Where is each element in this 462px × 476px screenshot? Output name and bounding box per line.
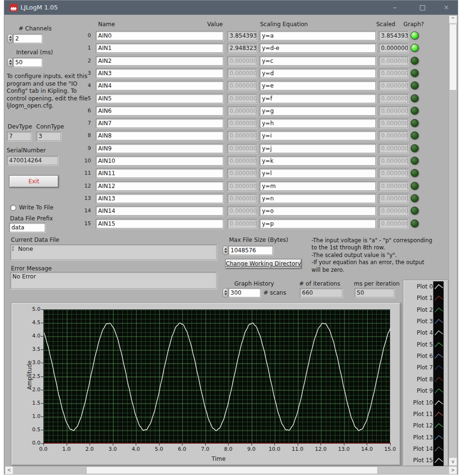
scaling-equation-input[interactable]: y=i: [260, 131, 376, 140]
scaling-equation-input[interactable]: y=h: [260, 119, 376, 128]
scaling-equation-input[interactable]: y=k: [260, 156, 376, 166]
horizontal-scrollbar[interactable]: < >: [5, 466, 457, 475]
graph-led[interactable]: [411, 57, 419, 65]
graph-led[interactable]: [411, 219, 419, 228]
legend-plot-label[interactable]: Plot 3: [404, 318, 433, 325]
channel-name-input[interactable]: AIN8: [96, 131, 223, 140]
graph-led[interactable]: [411, 144, 419, 152]
channel-name-input[interactable]: AIN0: [96, 31, 223, 40]
channels-input[interactable]: 2: [13, 34, 42, 43]
channel-name-input[interactable]: AIN12: [96, 181, 223, 191]
legend-plot-label[interactable]: Plot 14: [404, 446, 433, 452]
legend-plot-sample[interactable]: [433, 409, 444, 420]
scaling-equation-input[interactable]: y=o: [260, 206, 376, 216]
legend-plot-label[interactable]: Plot 8: [404, 376, 433, 383]
legend-plot-sample[interactable]: [433, 305, 444, 316]
legend-plot-sample[interactable]: [433, 374, 444, 386]
scaling-equation-input[interactable]: y=p: [260, 219, 376, 228]
interval-input[interactable]: 50: [13, 58, 42, 67]
max-file-size-input[interactable]: 1048576: [228, 246, 273, 255]
waveform-chart[interactable]: [43, 309, 390, 443]
graph-led[interactable]: [411, 69, 419, 77]
channels-spinner[interactable]: [7, 34, 13, 43]
graph-led[interactable]: [411, 194, 419, 202]
exit-button[interactable]: Exit: [9, 175, 59, 188]
scaling-equation-input[interactable]: y=f: [260, 94, 376, 103]
legend-plot-label[interactable]: Plot 11: [404, 411, 433, 417]
legend-plot-sample[interactable]: [433, 339, 444, 351]
scaling-equation-input[interactable]: y=l: [260, 169, 376, 178]
legend-plot-label[interactable]: Plot 9: [404, 387, 433, 394]
legend-plot-label[interactable]: Plot 13: [404, 434, 433, 441]
data-file-prefix-input[interactable]: data: [9, 223, 45, 232]
close-button[interactable]: ×: [436, 0, 457, 15]
scroll-down-arrow[interactable]: v: [449, 458, 457, 466]
channel-name-input[interactable]: AIN10: [96, 156, 223, 166]
graph-led[interactable]: [411, 157, 419, 165]
scaling-equation-input[interactable]: y=e: [260, 81, 376, 90]
minimize-button[interactable]: –: [384, 0, 405, 15]
graph-led[interactable]: [411, 169, 419, 177]
legend-plot-label[interactable]: Plot 1: [404, 295, 433, 301]
legend-plot-sample[interactable]: [433, 327, 444, 339]
legend-plot-sample[interactable]: [433, 432, 444, 444]
write-to-file-radio[interactable]: [10, 205, 16, 211]
channel-name-input[interactable]: AIN1: [96, 43, 223, 53]
scaling-equation-input[interactable]: y=d-e: [260, 43, 376, 53]
channel-name-input[interactable]: AIN9: [96, 144, 223, 153]
channel-name-input[interactable]: AIN13: [96, 194, 223, 203]
vertical-scrollbar[interactable]: ^ v: [449, 15, 457, 466]
graph-history-input[interactable]: 300: [228, 288, 261, 298]
scroll-left-arrow[interactable]: <: [5, 466, 13, 474]
channel-name-input[interactable]: AIN6: [96, 106, 223, 116]
max-file-size-spinner[interactable]: [222, 246, 228, 255]
legend-plot-sample[interactable]: [433, 444, 444, 455]
scaling-equation-input[interactable]: y=m: [260, 181, 376, 191]
scroll-right-arrow[interactable]: >: [449, 466, 457, 474]
legend-plot-label[interactable]: Plot 7: [404, 364, 433, 371]
legend-plot-label[interactable]: Plot 10: [404, 399, 433, 406]
vertical-scroll-thumb[interactable]: [449, 24, 457, 90]
legend-plot-sample[interactable]: [433, 362, 444, 374]
scroll-up-arrow[interactable]: ^: [449, 16, 457, 23]
channel-name-input[interactable]: AIN2: [96, 56, 223, 66]
legend-plot-sample[interactable]: [433, 397, 444, 409]
interval-spinner[interactable]: [7, 58, 13, 67]
legend-plot-label[interactable]: Plot 6: [404, 353, 433, 359]
change-working-directory-button[interactable]: Change Working Directory: [225, 259, 301, 268]
graph-led[interactable]: [411, 107, 419, 115]
channel-name-input[interactable]: AIN4: [96, 81, 223, 90]
scaling-equation-input[interactable]: y=a: [260, 31, 376, 40]
channel-name-input[interactable]: AIN11: [96, 169, 223, 178]
legend-plot-label[interactable]: Plot 12: [404, 422, 433, 429]
legend-plot-label[interactable]: Plot 0: [404, 283, 433, 290]
channel-name-input[interactable]: AIN15: [96, 219, 223, 228]
legend-plot-sample[interactable]: [433, 281, 444, 293]
scaling-equation-input[interactable]: y=j: [260, 144, 376, 153]
legend-plot-label[interactable]: Plot 5: [404, 341, 433, 348]
graph-led[interactable]: [411, 31, 419, 40]
channel-name-input[interactable]: AIN5: [96, 94, 223, 103]
maximize-button[interactable]: □: [412, 0, 433, 15]
legend-plot-sample[interactable]: [433, 455, 444, 466]
legend-plot-sample[interactable]: [433, 316, 444, 327]
channel-name-input[interactable]: AIN3: [96, 69, 223, 78]
legend-plot-sample[interactable]: [433, 293, 444, 304]
graph-led[interactable]: [411, 131, 419, 139]
channel-name-input[interactable]: AIN14: [96, 206, 223, 216]
legend-plot-label[interactable]: Plot 2: [404, 307, 433, 313]
legend-plot-label[interactable]: Plot 15: [404, 457, 433, 464]
graph-history-spinner[interactable]: [222, 288, 228, 298]
graph-led[interactable]: [411, 44, 419, 52]
legend-plot-label[interactable]: Plot 4: [404, 329, 433, 336]
graph-led[interactable]: [411, 94, 419, 102]
graph-led[interactable]: [411, 182, 419, 190]
legend-plot-sample[interactable]: [433, 386, 444, 397]
scaling-equation-input[interactable]: y=g: [260, 106, 376, 116]
graph-led[interactable]: [411, 81, 419, 89]
graph-led[interactable]: [411, 207, 419, 215]
graph-led[interactable]: [411, 119, 419, 127]
horizontal-scroll-thumb[interactable]: [86, 466, 378, 474]
legend-plot-sample[interactable]: [433, 420, 444, 432]
legend-plot-sample[interactable]: [433, 351, 444, 362]
